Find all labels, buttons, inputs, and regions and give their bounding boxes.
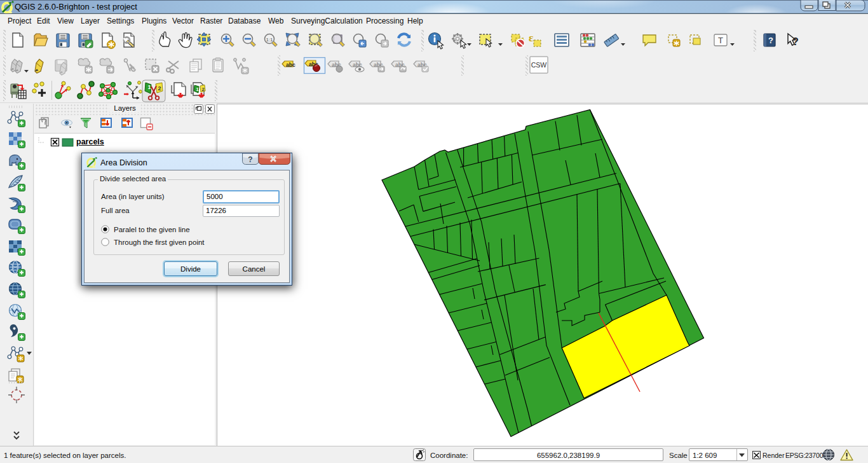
svg-text:ε: ε [529,32,533,44]
svg-text:1: 1 [148,84,151,90]
svg-text:T: T [718,36,723,45]
svg-text:2: 2 [202,86,205,92]
svg-text:1: 1 [196,86,199,92]
svg-text:1:1: 1:1 [266,37,273,43]
svg-text:?: ? [248,155,252,164]
svg-text:CSW: CSW [531,61,547,69]
svg-text:?: ? [792,36,799,47]
svg-text:?: ? [768,36,773,45]
svg-text:2: 2 [158,85,161,92]
